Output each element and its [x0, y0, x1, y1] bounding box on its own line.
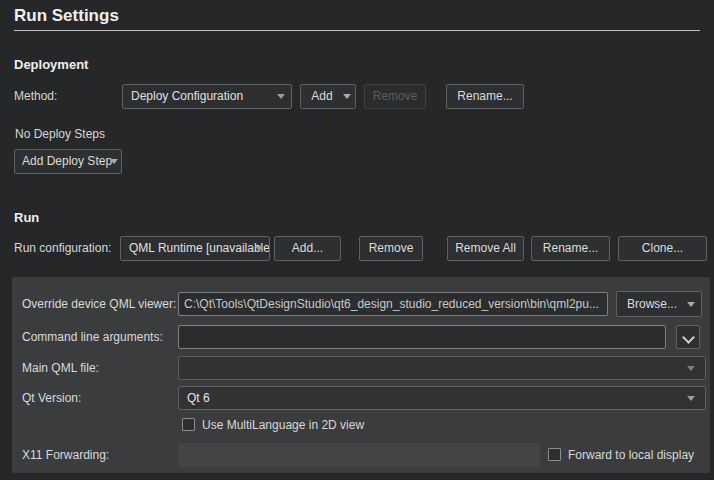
dropdown-arrow-icon [277, 94, 285, 99]
qt-version-combobox[interactable]: Qt 6 [178, 386, 706, 410]
arguments-history-button[interactable] [676, 325, 700, 349]
qt-version-value: Qt 6 [187, 391, 210, 405]
title-underline [14, 30, 700, 31]
method-label: Method: [14, 84, 57, 109]
run-clone-button[interactable]: Clone... [618, 236, 707, 261]
main-qml-file-combobox[interactable] [178, 356, 706, 380]
qml-viewer-label: Override device QML viewer: [22, 292, 176, 316]
run-settings-page: Run Settings Deployment Method: Deploy C… [0, 0, 714, 480]
no-deploy-steps-text: No Deploy Steps [15, 122, 105, 147]
main-qml-file-label: Main QML file: [22, 356, 99, 380]
add-deploy-step-button[interactable]: Add Deploy Step [14, 149, 122, 174]
dropdown-arrow-icon [687, 396, 695, 401]
chevron-down-icon [682, 331, 695, 344]
run-add-button[interactable]: Add... [274, 236, 341, 261]
multilanguage-checkbox[interactable] [182, 418, 195, 431]
x11-forwarding-input[interactable] [178, 443, 540, 467]
forward-local-display-label: Forward to local display [568, 448, 694, 463]
qt-version-label: Qt Version: [22, 386, 81, 410]
run-remove-button[interactable]: Remove [359, 236, 423, 261]
run-configuration-value: QML Runtime [unavailable] [129, 241, 270, 255]
qml-viewer-input[interactable] [178, 292, 608, 316]
deployment-section-header: Deployment [14, 57, 88, 72]
method-combobox-value: Deploy Configuration [131, 89, 243, 103]
run-configuration-combobox[interactable]: QML Runtime [unavailable] [120, 236, 270, 261]
deploy-rename-button[interactable]: Rename... [446, 84, 524, 109]
command-line-arguments-input[interactable] [178, 325, 666, 349]
multilanguage-label: Use MultiLanguage in 2D view [202, 418, 364, 433]
run-configuration-label: Run configuration: [14, 236, 111, 261]
deploy-remove-button[interactable]: Remove [364, 84, 426, 109]
page-title: Run Settings [14, 6, 119, 26]
add-split-arrow-icon[interactable] [343, 94, 351, 99]
run-rename-button[interactable]: Rename... [531, 236, 610, 261]
dropdown-arrow-icon [687, 366, 695, 371]
dropdown-arrow-icon [255, 246, 263, 251]
browse-split-arrow-icon [687, 302, 695, 307]
run-remove-all-button[interactable]: Remove All [447, 236, 524, 261]
add-deploy-step-arrow-icon [110, 159, 118, 164]
arguments-label: Command line arguments: [22, 325, 163, 349]
run-details-panel: Override device QML viewer: Browse... Co… [12, 277, 710, 473]
forward-local-display-checkbox[interactable] [548, 448, 561, 461]
run-section-header: Run [14, 210, 39, 225]
x11-forwarding-label: X11 Forwarding: [22, 443, 109, 467]
method-combobox[interactable]: Deploy Configuration [122, 84, 292, 109]
